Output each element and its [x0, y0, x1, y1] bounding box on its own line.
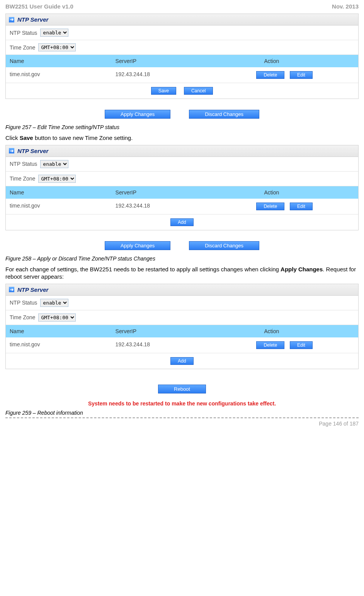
- header-left: BW2251 User Guide v1.0: [5, 3, 73, 10]
- page-footer: Page 146 of 187: [5, 417, 359, 427]
- edit-button[interactable]: Edit: [290, 203, 313, 210]
- cell-name: time.nist.gov: [6, 199, 112, 214]
- ntp-status-row: NTP Status enable: [6, 296, 358, 310]
- cell-action: Delete Edit: [252, 67, 358, 83]
- save-button[interactable]: Save: [151, 87, 176, 95]
- click-save-text: Click Save button to save new Time Zone …: [5, 134, 359, 142]
- panel-title: ➔ NTP Server: [6, 14, 358, 26]
- col-name: Name: [6, 55, 112, 67]
- panel-title-text: NTP Server: [17, 286, 48, 293]
- col-action: Action: [252, 186, 358, 199]
- panel-title: ➔ NTP Server: [6, 284, 358, 296]
- ntp-panel-1: ➔ NTP Server NTP Status enable Time Zone…: [5, 14, 359, 99]
- col-action: Action: [252, 55, 358, 67]
- page-number: Page 146 of 187: [319, 421, 359, 427]
- table-row: time.nist.gov 192.43.244.18 Delete Edit: [6, 337, 358, 353]
- timezone-label: Time Zone: [10, 314, 35, 320]
- arrow-right-icon: ➔: [9, 148, 14, 153]
- discard-changes-button[interactable]: Discard Changes: [189, 241, 259, 250]
- edit-button[interactable]: Edit: [290, 341, 313, 349]
- apply-discard-bar-1: Apply Changes Discard Changes: [5, 110, 359, 119]
- ntp-status-label: NTP Status: [10, 161, 37, 167]
- table-header: Name ServerIP Action: [6, 325, 358, 337]
- col-ip: ServerIP: [112, 186, 253, 199]
- ntp-panel-3: ➔ NTP Server NTP Status enable Time Zone…: [5, 284, 359, 369]
- delete-button[interactable]: Delete: [256, 203, 284, 210]
- timezone-label: Time Zone: [10, 175, 35, 182]
- add-row: Add: [6, 215, 358, 230]
- ntp-status-row: NTP Status enable: [6, 26, 358, 40]
- cell-name: time.nist.gov: [6, 67, 112, 83]
- apply-changes-text: For each change of settings, the BW2251 …: [5, 266, 359, 281]
- col-ip: ServerIP: [112, 325, 253, 337]
- panel-title-text: NTP Server: [17, 148, 48, 154]
- ntp-status-select[interactable]: enable: [40, 160, 68, 168]
- ntp-status-label: NTP Status: [10, 30, 37, 36]
- add-row: Add: [6, 353, 358, 369]
- cell-ip: 192.43.244.18: [112, 337, 253, 353]
- cell-action: Delete Edit: [252, 199, 358, 214]
- cell-ip: 192.43.244.18: [112, 67, 253, 83]
- timezone-label: Time Zone: [10, 44, 35, 51]
- ntp-status-select[interactable]: enable: [40, 299, 68, 307]
- col-name: Name: [6, 186, 112, 199]
- table-header: Name ServerIP Action: [6, 186, 358, 199]
- ntp-status-row: NTP Status enable: [6, 157, 358, 172]
- reboot-message: System needs to be restarted to make the…: [5, 400, 359, 407]
- delete-button[interactable]: Delete: [256, 341, 284, 349]
- table-row: time.nist.gov 192.43.244.18 Delete Edit: [6, 67, 358, 83]
- panel-title-text: NTP Server: [17, 16, 48, 23]
- edit-button[interactable]: Edit: [290, 71, 313, 79]
- timezone-select[interactable]: GMT+08:00: [38, 43, 76, 51]
- header-right: Nov. 2013: [332, 3, 359, 10]
- timezone-select[interactable]: GMT+08:00: [38, 175, 76, 183]
- delete-button[interactable]: Delete: [256, 71, 284, 79]
- reboot-button[interactable]: Reboot: [158, 385, 206, 393]
- timezone-row: Time Zone GMT+08:00: [6, 172, 358, 186]
- ntp-status-label: NTP Status: [10, 300, 37, 306]
- ntp-panel-2: ➔ NTP Server NTP Status enable Time Zone…: [5, 145, 359, 230]
- cancel-button[interactable]: Cancel: [184, 87, 213, 95]
- arrow-right-icon: ➔: [9, 287, 14, 292]
- col-action: Action: [252, 325, 358, 337]
- col-name: Name: [6, 325, 112, 337]
- cell-ip: 192.43.244.18: [112, 199, 253, 214]
- figure-258-caption: Figure 258 – Apply or Discard Time Zone/…: [5, 255, 359, 262]
- ntp-status-select[interactable]: enable: [40, 29, 68, 37]
- table-row: time.nist.gov 192.43.244.18 Delete Edit: [6, 199, 358, 215]
- apply-changes-button[interactable]: Apply Changes: [105, 241, 170, 250]
- figure-257-caption: Figure 257 – Edit Time Zone setting/NTP …: [5, 124, 359, 130]
- panel-title: ➔ NTP Server: [6, 145, 358, 157]
- discard-changes-button[interactable]: Discard Changes: [189, 110, 259, 119]
- apply-changes-button[interactable]: Apply Changes: [105, 110, 170, 119]
- timezone-row: Time Zone GMT+08:00: [6, 310, 358, 325]
- page-header: BW2251 User Guide v1.0 Nov. 2013: [5, 3, 359, 10]
- arrow-right-icon: ➔: [9, 17, 14, 22]
- cell-action: Delete Edit: [252, 337, 358, 353]
- add-button[interactable]: Add: [170, 357, 193, 365]
- cell-name: time.nist.gov: [6, 337, 112, 353]
- reboot-bar: Reboot: [5, 385, 359, 393]
- apply-discard-bar-2: Apply Changes Discard Changes: [5, 241, 359, 250]
- table-header: Name ServerIP Action: [6, 55, 358, 67]
- figure-259-caption: Figure 259 – Reboot information: [5, 410, 359, 416]
- timezone-row: Time Zone GMT+08:00: [6, 40, 358, 55]
- col-ip: ServerIP: [112, 55, 253, 67]
- save-cancel-row: Save Cancel: [6, 83, 358, 99]
- timezone-select[interactable]: GMT+08:00: [38, 313, 76, 322]
- add-button[interactable]: Add: [170, 218, 193, 226]
